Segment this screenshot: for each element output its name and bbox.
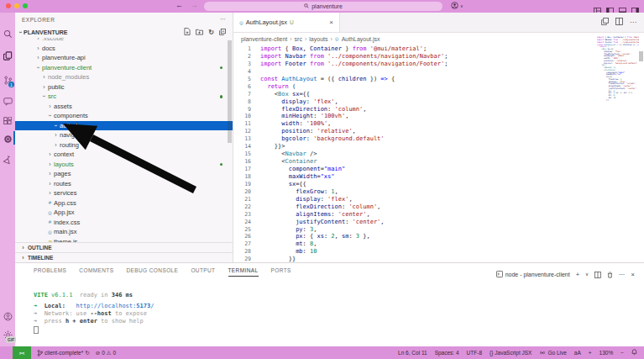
tree-item-app-css[interactable]: #App.css: [15, 198, 233, 209]
tree-item-public[interactable]: ›public: [15, 82, 233, 92]
tree-item-services[interactable]: ›services: [15, 188, 233, 198]
language-mode[interactable]: {} JavaScript JSX: [490, 350, 531, 356]
panel-tab-output[interactable]: OUTPUT: [191, 267, 215, 276]
notifications-bell-icon[interactable]: [631, 349, 637, 356]
close-panel-icon[interactable]: ×: [631, 271, 635, 278]
minimap[interactable]: import { Box, Container } from '@mui/mat…: [597, 36, 639, 108]
tree-item-docs[interactable]: ›docs: [15, 44, 233, 54]
tree-item-main-jsx[interactable]: ◎main.jsx: [15, 227, 233, 237]
tree-item-index-css[interactable]: #index.css: [15, 218, 233, 228]
search-icon[interactable]: [0, 25, 15, 42]
close-tab-icon[interactable]: ×: [329, 18, 333, 26]
back-icon[interactable]: ←: [175, 1, 183, 9]
project-name: PLANVENTURE: [24, 29, 68, 35]
tree-item-context[interactable]: ›context: [15, 150, 233, 160]
zoom-in-button[interactable]: +: [589, 350, 592, 356]
new-file-icon[interactable]: [184, 28, 191, 36]
avatar-icon: [451, 2, 458, 9]
tree-item-planventure-api[interactable]: ›planventure-api: [15, 53, 233, 63]
tree-item-planventure-client[interactable]: ›planventure-client: [15, 63, 233, 73]
refresh-icon[interactable]: ↻: [208, 29, 214, 36]
new-folder-icon[interactable]: [196, 29, 203, 36]
problems-item[interactable]: ⊘ 0 ⚠ 0: [96, 350, 117, 356]
breadcrumb-item[interactable]: layouts: [309, 36, 327, 42]
code-line-9: 9 flexDirection: 'column',: [233, 106, 644, 114]
tree-item-routes[interactable]: ›routes: [15, 179, 233, 189]
split-terminal-icon[interactable]: [594, 267, 601, 282]
open-changes-icon[interactable]: [601, 18, 609, 27]
warning-icon: ⚠: [107, 350, 112, 356]
font-size-item[interactable]: aA: [574, 350, 581, 356]
tree-item-routing[interactable]: ›routing: [15, 140, 233, 150]
breadcrumb-item[interactable]: AuthLayout.jsx: [342, 36, 380, 42]
split-editor-icon[interactable]: [615, 18, 623, 27]
account-menu[interactable]: ∨: [451, 2, 463, 9]
line-number: 19: [233, 181, 260, 188]
minimize-window-button[interactable]: [14, 3, 19, 8]
tree-item-assets[interactable]: ›assets: [15, 102, 233, 112]
line-number: 25: [233, 226, 260, 234]
forward-icon[interactable]: →: [191, 1, 198, 9]
git-branch-item[interactable]: client-complete* ↻: [37, 350, 90, 356]
command-center-search[interactable]: planventure: [204, 2, 442, 11]
go-live-item[interactable]: Go Live: [539, 350, 566, 356]
tree-item-node-modules[interactable]: ›node_modules: [15, 72, 233, 82]
panel-tab-ports[interactable]: PORTS: [271, 267, 291, 276]
terminal-label: node - planventure-client: [505, 272, 570, 277]
terminal-line: ➜ Network: use --host to expose: [34, 310, 154, 318]
views-more-icon[interactable]: ⋯: [220, 16, 226, 23]
sidebar-scrollbar[interactable]: [228, 40, 232, 143]
breadcrumb-item[interactable]: src: [295, 36, 302, 42]
panel-tab-terminal[interactable]: TERMINAL: [228, 267, 259, 277]
new-terminal-icon[interactable]: +: [576, 271, 579, 278]
tree-item-label: routing: [60, 141, 79, 149]
maximize-window-button[interactable]: [23, 3, 28, 8]
terminal-instance[interactable]: node - planventure-client: [496, 271, 570, 277]
source-control-icon[interactable]: 1: [0, 71, 15, 88]
tree-item-label: .vscode: [42, 38, 64, 42]
encoding[interactable]: UTF-8: [467, 350, 482, 356]
remote-indicator[interactable]: ><: [13, 346, 31, 359]
terminal-picker-icon[interactable]: ∨: [585, 272, 589, 277]
terminal-line: VITE v6.1.1 ready in 346 ms: [34, 292, 154, 299]
tree-item-app-jsx[interactable]: ◎App.jsx: [15, 208, 233, 218]
chevron-right-icon: ›: [20, 255, 26, 261]
timeline-label: TIMELINE: [28, 255, 53, 261]
close-window-button[interactable]: [6, 3, 11, 8]
tree-item-auth[interactable]: ›auth: [15, 121, 233, 131]
error-icon: ⊘: [96, 350, 100, 356]
tree-item-pages[interactable]: ›pages: [15, 169, 233, 179]
collapse-all-icon[interactable]: [219, 29, 226, 36]
tree-item-src[interactable]: ›src: [15, 92, 233, 102]
panel-tab-problems[interactable]: PROBLEMS: [34, 267, 66, 276]
code-line-16: 16 <Container: [233, 158, 644, 166]
breadcrumb-item[interactable]: planventure-client: [241, 36, 287, 42]
indentation[interactable]: Spaces: 4: [435, 350, 459, 356]
account-icon[interactable]: [0, 308, 15, 325]
chat-icon[interactable]: [0, 93, 15, 110]
code-line-3: 3import Footer from '../components/navig…: [233, 61, 644, 68]
extensions-icon[interactable]: [0, 113, 15, 129]
editor-scrollbar[interactable]: [639, 51, 643, 61]
panel-tab-comments[interactable]: COMMENTS: [79, 267, 113, 276]
tree-item-navigation[interactable]: ›navigation: [15, 130, 233, 140]
breadcrumb[interactable]: planventure-client›src›layouts›◎AuthLayo…: [233, 33, 644, 45]
line-number: 12: [233, 128, 260, 135]
tab-authlayout[interactable]: ◎ AuthLayout.jsx U ×: [233, 13, 340, 32]
tree-item-layouts[interactable]: ›layouts: [15, 160, 233, 170]
timeline-section[interactable]: › TIMELINE: [15, 252, 233, 262]
explorer-icon[interactable]: [0, 47, 15, 64]
kill-terminal-icon[interactable]: [607, 267, 613, 282]
tree-item-components[interactable]: ›components: [15, 111, 233, 121]
project-section-header[interactable]: › PLANVENTURE ↻: [15, 26, 233, 38]
panel-tab-debug-console[interactable]: DEBUG CONSOLE: [126, 267, 178, 276]
cursor-position[interactable]: Ln 6, Col 11: [398, 350, 427, 356]
git-status-badge: U: [290, 19, 294, 25]
outline-section[interactable]: › OUTLINE: [15, 242, 233, 252]
zoom-out-button[interactable]: −: [620, 350, 624, 356]
terminal-output[interactable]: VITE v6.1.1 ready in 346 ms➜ Local: http…: [34, 292, 154, 333]
test-flask-icon[interactable]: [0, 151, 15, 168]
more-actions-icon[interactable]: ⋯: [630, 18, 636, 26]
more-actions-icon[interactable]: ⋯: [619, 271, 626, 278]
code-editor[interactable]: 1import { Box, Container } from '@mui/ma…: [233, 44, 644, 262]
